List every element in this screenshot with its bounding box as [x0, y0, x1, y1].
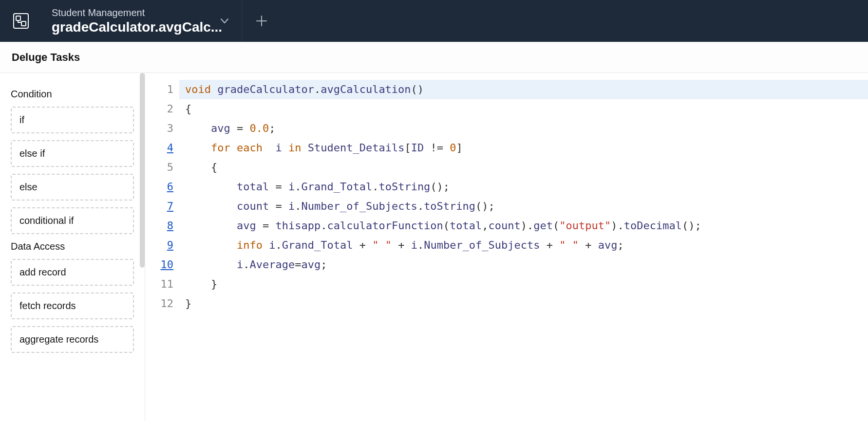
app-icon: [0, 0, 42, 42]
line-number[interactable]: 7: [145, 197, 173, 216]
line-number[interactable]: 4: [145, 138, 173, 158]
code-line[interactable]: }: [179, 275, 868, 294]
header-title-block: Student Management gradeCalculator.avgCa…: [42, 1, 208, 41]
line-number: 3: [145, 119, 173, 138]
task-item[interactable]: else: [11, 174, 134, 201]
code-line[interactable]: }: [179, 294, 868, 313]
line-number: 12: [145, 294, 173, 313]
line-number: 11: [145, 275, 173, 294]
task-item[interactable]: conditional if: [11, 207, 134, 234]
sidebar-section-title: Data Access: [11, 241, 134, 252]
task-item[interactable]: else if: [11, 140, 134, 167]
line-number[interactable]: 8: [145, 216, 173, 236]
code-line[interactable]: i.Average=avg;: [179, 255, 868, 275]
new-tab-button[interactable]: [242, 0, 281, 42]
task-item[interactable]: if: [11, 107, 134, 133]
task-item[interactable]: add record: [11, 259, 134, 286]
code-line[interactable]: total = i.Grand_Total.toString();: [179, 177, 868, 197]
line-number[interactable]: 9: [145, 236, 173, 255]
code-line[interactable]: info i.Grand_Total + " " + i.Number_of_S…: [179, 236, 868, 255]
sidebar-scrollbar[interactable]: [140, 73, 145, 268]
svg-rect-2: [21, 21, 26, 26]
line-number[interactable]: 10: [145, 255, 173, 275]
header-title: gradeCalculator.avgCalc...: [52, 19, 208, 35]
code-line[interactable]: avg = thisapp.calculatorFunction(total,c…: [179, 216, 868, 236]
line-number: 5: [145, 158, 173, 177]
line-number: 2: [145, 99, 173, 119]
line-gutter: 123456789101112: [145, 73, 179, 421]
code-line[interactable]: avg = 0.0;: [179, 119, 868, 138]
tab-dropdown-button[interactable]: [208, 0, 242, 42]
body: Conditionifelse ifelseconditional ifData…: [0, 73, 868, 421]
chevron-down-icon: [219, 15, 230, 27]
task-item[interactable]: aggregate records: [11, 326, 134, 353]
subheader-title: Deluge Tasks: [12, 51, 80, 64]
svg-rect-1: [16, 16, 20, 20]
header-bar: Student Management gradeCalculator.avgCa…: [0, 0, 868, 42]
code-editor[interactable]: 123456789101112 void gradeCalculator.avg…: [145, 73, 868, 421]
code-line[interactable]: void gradeCalculator.avgCalculation(): [179, 80, 868, 99]
task-item[interactable]: fetch records: [11, 293, 134, 319]
code-line[interactable]: for each i in Student_Details[ID != 0]: [179, 138, 868, 158]
code-line[interactable]: count = i.Number_of_Subjects.toString();: [179, 197, 868, 216]
sidebar: Conditionifelse ifelseconditional ifData…: [0, 73, 145, 421]
code-line[interactable]: {: [179, 99, 868, 119]
sidebar-section-title: Condition: [11, 89, 134, 100]
line-number: 1: [145, 80, 173, 99]
line-number[interactable]: 6: [145, 177, 173, 197]
header-subtitle: Student Management: [52, 7, 208, 18]
code-area[interactable]: void gradeCalculator.avgCalculation(){ a…: [179, 73, 868, 421]
plus-icon: [255, 15, 268, 27]
code-line[interactable]: {: [179, 158, 868, 177]
subheader: Deluge Tasks: [0, 42, 868, 73]
